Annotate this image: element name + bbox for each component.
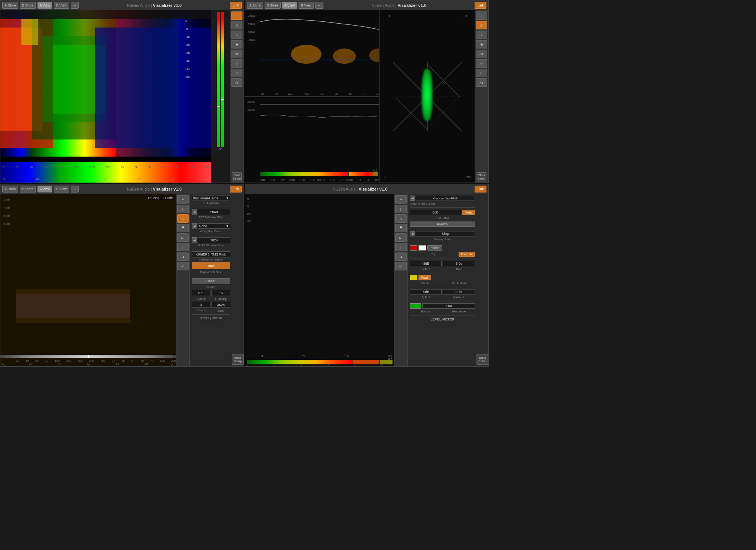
ctrl-bars-br[interactable]: |||	[395, 205, 407, 213]
ctrl-spectrogram[interactable]: ≡	[231, 11, 242, 20]
peak-btn[interactable]: Peak	[418, 275, 431, 280]
color-swatch-green[interactable]	[410, 303, 421, 309]
stats-setup-btn-bl[interactable]: StatsSetup	[232, 354, 244, 365]
rms-row: ◄ 1024 RMS Window Size	[192, 237, 230, 247]
swap-btn-bl[interactable]: ↔	[71, 186, 79, 192]
b-store-btn-bl[interactable]: B Store	[20, 186, 36, 192]
ctrl-spec-bl[interactable]: ≡	[177, 195, 189, 204]
color-swatch-white[interactable]	[418, 245, 426, 251]
ctrl-lines[interactable]: ≣	[231, 40, 242, 49]
horiz-btn[interactable]: Horiz	[462, 210, 475, 215]
b-view-btn-bl[interactable]: B View	[54, 186, 69, 192]
ctrl-wave-br[interactable]: ∿	[395, 214, 407, 223]
tone-btn[interactable]: Tone	[192, 262, 230, 269]
rms-value: 1024	[198, 237, 230, 243]
panel-header-bl: A Store B Store A View B View ↔ NuGen Au…	[0, 184, 244, 194]
ctrl-lines-br[interactable]: ≣	[395, 224, 407, 232]
right-controls-tr: ≡ ||| ∿ ≣ ST ◇ -1 +1 StatsSetup	[475, 10, 488, 183]
weighting-dec[interactable]: ◄	[192, 223, 197, 229]
fft-size-dec[interactable]: ◄	[192, 209, 197, 215]
fft-window-label: FFT window	[192, 201, 230, 205]
link-btn-br[interactable]: Link	[475, 186, 486, 192]
infinite-btn[interactable]: Infinite	[427, 245, 442, 251]
b-view-btn-tl[interactable]: B View	[54, 2, 69, 9]
swap-btn-tr[interactable]: ↔	[315, 2, 323, 9]
ctrl-diamond-tr[interactable]: ◇	[476, 59, 487, 68]
middle-peak-labels: Middle Peak Hold	[410, 281, 475, 285]
ctrl-lines-bl[interactable]: ≣	[177, 224, 189, 232]
a-store-btn-bl[interactable]: A Store	[2, 186, 18, 192]
weighting-dropdown[interactable]: None ▼	[198, 223, 230, 229]
swap-btn-tl[interactable]: ↔	[71, 2, 79, 9]
display-style-btn[interactable]: ◄	[410, 231, 415, 236]
fullscale-row: 0dB Horiz	[410, 210, 475, 215]
svg-rect-7	[21, 19, 38, 45]
a-view-btn-bl[interactable]: A View	[37, 186, 52, 192]
ctrl-wave-bl[interactable]: ∿	[177, 214, 189, 223]
main-grid: A Store B Store A View B View ↔ NuGen Au…	[0, 0, 489, 367]
top-override-labels: Top Override	[410, 252, 475, 257]
ctrl-bars-tr[interactable]: |||	[476, 21, 487, 29]
stats-setup-btn-br[interactable]: StatsSetup	[477, 354, 488, 365]
ctrl-st-br[interactable]: ST	[395, 233, 407, 242]
reset-btn[interactable]: Reset	[192, 278, 230, 284]
panel-content-bl: 4898Hz, -21.5dB -20dB-40dB-60dB-80dB	[0, 194, 244, 366]
ctrl-plus-bl[interactable]: +1	[177, 262, 189, 270]
b-store-btn-tr[interactable]: B Store	[265, 2, 281, 9]
response-label: Response	[443, 310, 475, 313]
svg-point-11	[333, 49, 356, 64]
panel-title-br: NuGen Audio | Visualizer v1.0	[247, 187, 473, 191]
ctrl-minus-br[interactable]: -1	[395, 252, 407, 261]
rms-label: RMS Window Size	[192, 244, 230, 247]
split2-label: Split 2	[410, 296, 442, 299]
rms-dec[interactable]: ◄	[192, 237, 197, 243]
level-meter-graph: 1k 7k 10k 20k 1k7k1	[245, 194, 394, 366]
bottom-num-scale: -101	[4, 364, 172, 366]
a-store-btn-tr[interactable]: A Store	[247, 2, 263, 9]
display-style-row: ◄ Shrp	[410, 231, 475, 236]
ctrl-plus[interactable]: +1	[231, 78, 242, 87]
ctrl-spec-tr[interactable]: ≡	[476, 11, 487, 20]
ctrl-lines-tr[interactable]: ≣	[476, 40, 487, 49]
ctrl-bars-bl[interactable]: |||	[177, 205, 189, 213]
a-view-btn-tl[interactable]: A View	[37, 2, 52, 9]
a-store-btn-tl[interactable]: A Store	[2, 2, 18, 9]
panel-bottom-left: A Store B Store A View B View ↔ NuGen Au…	[0, 184, 244, 367]
ctrl-minus-bl[interactable]: -1	[177, 252, 189, 261]
link-btn-tr[interactable]: Link	[475, 2, 486, 9]
ctrl-diamond-br[interactable]: ◇	[395, 243, 407, 251]
ctrl-st[interactable]: ST	[231, 50, 242, 58]
b-store-btn-tl[interactable]: B Store	[20, 2, 36, 9]
meter-type-btn[interactable]: ◄	[410, 196, 415, 201]
svg-rect-16	[16, 294, 130, 318]
override-btn[interactable]: Override	[459, 252, 475, 257]
ctrl-st-tr[interactable]: ST	[476, 50, 487, 58]
ctrl-wave[interactable]: ∿	[231, 31, 242, 39]
link-btn-tl[interactable]: Link	[230, 2, 242, 9]
stats-setup-btn-tr[interactable]: StatsSetup	[477, 172, 487, 181]
freq-analyzer-bl: 4898Hz, -21.5dB -20dB-40dB-60dB-80dB	[0, 194, 176, 366]
color-swatch-yellow[interactable]	[410, 275, 417, 280]
ctrl-bars[interactable]: |||	[231, 21, 242, 29]
a-view-btn-tr[interactable]: A View	[282, 2, 297, 9]
freeze-btn[interactable]: Freeze	[410, 222, 475, 227]
ctrl-wave-tr[interactable]: ∿	[476, 31, 487, 39]
fft-window-dropdown[interactable]: Blackman-Harris ▼	[192, 196, 230, 201]
ctrl-st-bl[interactable]: ST	[177, 233, 189, 242]
ctrl-minus-tr[interactable]: -1	[476, 69, 487, 77]
ctrl-diamond-bl[interactable]: ◇	[177, 243, 189, 251]
ctrl-plus-tr[interactable]: +1	[476, 78, 487, 87]
color-swatch-red[interactable]	[410, 245, 417, 251]
link-btn-bl[interactable]: Link	[230, 186, 242, 192]
stats-setup-link[interactable]: STATS | SETUP	[192, 317, 230, 320]
ctrl-spec-br[interactable]: ≡	[395, 195, 407, 204]
ctrl-plus-br[interactable]: +1	[395, 262, 407, 270]
view-label: View: Inner | Outer	[410, 202, 475, 205]
stats-setup-btn-tl[interactable]: StatsSetup	[232, 172, 242, 181]
middle-label: Middle	[410, 281, 442, 285]
ctrl-diamond[interactable]: ◇	[231, 59, 242, 68]
ctrl-minus[interactable]: -1	[231, 69, 242, 77]
panel-content-tr: -20dB-40dB-60dB-80dB	[245, 10, 488, 183]
panel-content-br: 1k 7k 10k 20k 1k7k1	[245, 194, 488, 366]
b-view-btn-tr[interactable]: B View	[299, 2, 314, 9]
